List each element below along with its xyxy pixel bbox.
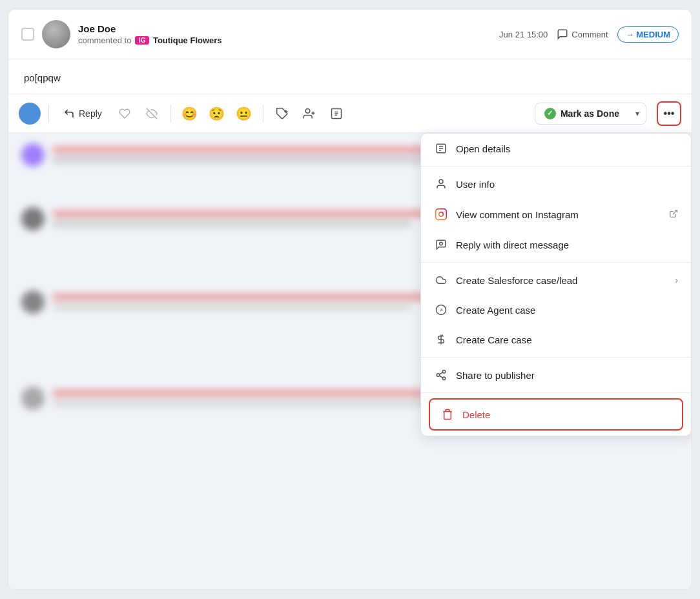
- assign-user-button[interactable]: [298, 103, 320, 125]
- positive-emoji-icon: 😊: [181, 106, 198, 121]
- user-info: Joe Doe commented to IG Toutique Flowers: [78, 23, 499, 45]
- svg-point-25: [442, 377, 446, 380]
- delete-item[interactable]: Delete: [429, 398, 683, 431]
- salesforce-item[interactable]: Create Salesforce case/lead ›: [421, 265, 691, 295]
- action-toolbar: Reply 😊 😟 😐: [8, 94, 692, 133]
- reply-dm-icon: [434, 239, 448, 250]
- reply-dm-label: Reply with direct message: [456, 239, 678, 250]
- open-details-item[interactable]: Open details: [421, 134, 691, 163]
- svg-point-4: [305, 108, 310, 113]
- user-sub: commented to IG Toutique Flowers: [78, 36, 499, 45]
- dropdown-menu: Open details User info: [420, 133, 692, 436]
- priority-label: → MEDIUM: [626, 30, 670, 39]
- reply-dm-item[interactable]: Reply with direct message: [421, 230, 691, 259]
- neutral-sentiment-button[interactable]: 😐: [233, 103, 255, 125]
- svg-point-15: [439, 179, 443, 183]
- user-name: Joe Doe: [78, 23, 499, 34]
- ig-badge: IG: [135, 36, 149, 45]
- more-dots-icon: •••: [664, 108, 675, 119]
- care-case-label: Create Care case: [456, 334, 678, 345]
- salesforce-label: Create Salesforce case/lead: [456, 275, 667, 286]
- share-publisher-label: Share to publisher: [456, 370, 678, 381]
- share-icon: [434, 369, 448, 381]
- comment-icon: [557, 28, 568, 40]
- salesforce-arrow-icon: ›: [675, 275, 678, 285]
- open-details-icon: [434, 143, 448, 154]
- svg-line-26: [439, 376, 442, 378]
- page-name: Toutique Flowers: [153, 36, 222, 45]
- delete-label: Delete: [462, 409, 672, 420]
- delete-icon: [440, 409, 455, 420]
- hide-button[interactable]: [141, 103, 163, 125]
- toolbar-divider-3: [263, 105, 263, 123]
- view-on-instagram-item[interactable]: View comment on Instagram: [421, 199, 691, 230]
- svg-rect-16: [436, 209, 447, 220]
- svg-point-24: [437, 374, 440, 377]
- external-link-icon: [669, 209, 678, 220]
- like-button[interactable]: [114, 103, 136, 125]
- divider-2: [421, 262, 691, 263]
- reply-label: Reply: [79, 108, 102, 119]
- comment-content: po[qpqw: [24, 72, 61, 83]
- done-check-icon: ✓: [544, 108, 556, 119]
- svg-line-27: [439, 372, 442, 374]
- mark-done-dropdown-button[interactable]: ▾: [629, 105, 646, 123]
- toolbar-divider-1: [48, 105, 49, 123]
- tag-plus-icon: [276, 107, 289, 120]
- toolbar-user-avatar: [19, 103, 41, 125]
- care-case-item[interactable]: Create Care case: [421, 325, 691, 354]
- svg-text:A: A: [440, 308, 444, 312]
- comment-text: po[qpqw: [8, 59, 692, 94]
- mark-done-label: Mark as Done: [561, 108, 619, 119]
- divider-1: [421, 166, 691, 167]
- agent-case-icon: A: [434, 304, 448, 316]
- neutral-emoji-icon: 😐: [236, 106, 252, 121]
- eye-off-icon: [146, 108, 158, 119]
- care-case-icon: [434, 334, 448, 345]
- select-checkbox[interactable]: [21, 28, 34, 41]
- view-instagram-label: View comment on Instagram: [456, 209, 661, 220]
- commented-to-label: commented to: [78, 36, 131, 45]
- negative-sentiment-button[interactable]: 😟: [206, 103, 228, 125]
- user-avatar: [42, 20, 70, 48]
- reply-button[interactable]: Reply: [57, 104, 108, 123]
- user-info-label: User info: [456, 179, 678, 190]
- header-right: Jun 21 15:00 Comment → MEDIUM: [499, 26, 679, 43]
- message-type-badge: Comment: [557, 28, 608, 40]
- checklist-icon: [330, 107, 343, 120]
- instagram-icon: [434, 208, 448, 221]
- checklist-button[interactable]: [325, 103, 347, 125]
- user-info-item[interactable]: User info: [421, 169, 691, 199]
- mark-done-group: ✓ Mark as Done ▾: [535, 103, 646, 125]
- toolbar-divider-2: [170, 105, 171, 123]
- divider-3: [421, 357, 691, 358]
- open-details-label: Open details: [456, 143, 678, 154]
- svg-point-23: [442, 371, 446, 374]
- message-date: Jun 21 15:00: [499, 30, 548, 39]
- positive-sentiment-button[interactable]: 😊: [179, 103, 201, 125]
- assign-icon: [303, 107, 316, 120]
- salesforce-icon: [434, 274, 448, 286]
- mark-done-button[interactable]: ✓ Mark as Done: [535, 103, 628, 124]
- svg-line-18: [673, 210, 677, 214]
- more-options-button[interactable]: •••: [657, 101, 681, 126]
- priority-badge: → MEDIUM: [617, 26, 679, 43]
- negative-emoji-icon: 😟: [209, 106, 225, 121]
- add-tag-button[interactable]: [271, 103, 293, 125]
- reply-icon: [63, 108, 75, 119]
- user-info-icon: [434, 178, 448, 190]
- divider-4: [421, 392, 691, 393]
- heart-icon: [119, 108, 130, 119]
- type-label: Comment: [571, 30, 608, 39]
- conversation-header: Joe Doe commented to IG Toutique Flowers…: [8, 10, 692, 59]
- share-publisher-item[interactable]: Share to publisher: [421, 360, 691, 390]
- agent-case-item[interactable]: A Create Agent case: [421, 295, 691, 325]
- agent-case-label: Create Agent case: [456, 305, 678, 316]
- content-area: Open details User info: [8, 133, 692, 590]
